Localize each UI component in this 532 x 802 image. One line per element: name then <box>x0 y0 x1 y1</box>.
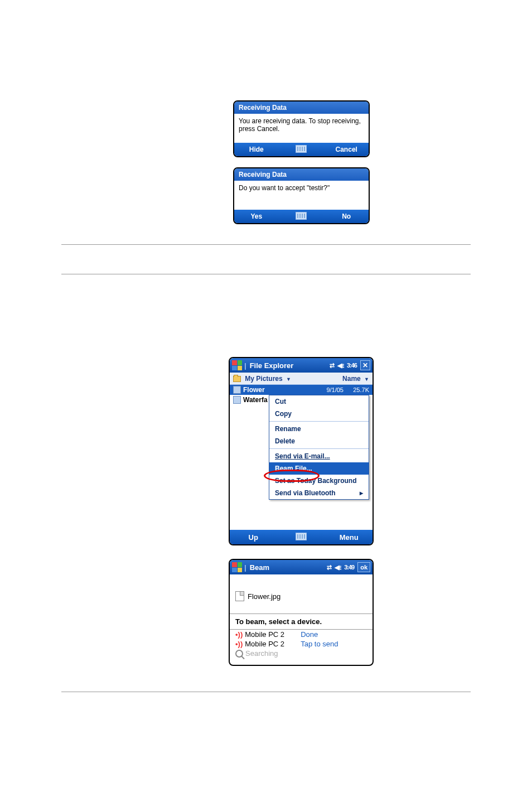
image-file-icon <box>233 386 241 394</box>
connectivity-icon: ⇄ <box>327 564 331 571</box>
device-row: Searching <box>235 649 367 658</box>
window-title: Beam <box>250 563 325 572</box>
title-bar: | File Explorer ⇄ ◀ᴇ 3:46 ✕ <box>230 358 373 373</box>
command-bar: Up Menu <box>230 530 373 544</box>
section-rule <box>61 244 471 245</box>
file-icon <box>235 591 244 601</box>
folder-icon <box>233 376 241 382</box>
search-icon <box>235 650 243 658</box>
file-name: Flower <box>243 386 282 394</box>
chevron-down-icon: ▼ <box>364 376 369 382</box>
file-explorer-window: | File Explorer ⇄ ◀ᴇ 3:46 ✕ My Pictures … <box>229 357 374 545</box>
start-icon[interactable] <box>232 360 242 370</box>
chevron-down-icon: ▼ <box>286 376 291 382</box>
file-size: 25.7K <box>347 386 369 393</box>
volume-icon: ◀ᴇ <box>335 564 341 571</box>
dialog-body: Do you want to accept "testir?" <box>234 181 369 210</box>
menu-cut[interactable]: Cut <box>269 395 369 408</box>
location-dropdown[interactable]: My Pictures ▼ <box>233 375 291 383</box>
menu-separator <box>269 448 369 449</box>
context-menu: Cut Copy Rename Delete Send via E-mail..… <box>269 395 369 500</box>
ok-button[interactable]: ok <box>357 562 370 572</box>
hide-button[interactable]: Hide <box>234 146 279 153</box>
section-rule <box>61 274 471 274</box>
device-status: Done <box>301 630 318 639</box>
close-icon[interactable]: ✕ <box>360 360 370 370</box>
dialog-body: You are receiving data. To stop receivin… <box>234 114 369 143</box>
clock: 3:46 <box>347 362 357 369</box>
title-bar: | Beam ⇄ ◀ᴇ 3:49 ok <box>230 560 373 574</box>
yes-button[interactable]: Yes <box>234 212 279 220</box>
file-date: 9/1/05 <box>282 386 347 393</box>
submenu-arrow-icon: ▸ <box>360 489 363 497</box>
searching-label: Searching <box>245 649 278 658</box>
infrared-icon: •)) <box>235 640 243 648</box>
device-list: •)) Mobile PC 2 Done •)) Mobile PC 2 Tap… <box>230 630 373 665</box>
cancel-button[interactable]: Cancel <box>324 146 369 153</box>
receiving-data-dialog-2: Receiving Data Do you want to accept "te… <box>233 167 370 224</box>
device-name: Mobile PC 2 <box>245 640 301 648</box>
menu-send-bluetooth[interactable]: Send via Bluetooth▸ <box>269 487 369 499</box>
beam-prompt: To beam, select a device. <box>230 614 373 629</box>
device-row[interactable]: •)) Mobile PC 2 Tap to send <box>235 639 367 649</box>
section-rule <box>61 692 471 692</box>
image-file-icon <box>233 396 241 404</box>
clock: 3:49 <box>344 564 354 571</box>
menu-rename[interactable]: Rename <box>269 423 369 435</box>
beam-filename: Flower.jpg <box>248 592 280 601</box>
menu-copy[interactable]: Copy <box>269 408 369 420</box>
menu-set-today-background[interactable]: Set as Today Background <box>269 475 369 487</box>
keyboard-icon[interactable] <box>277 533 325 542</box>
start-icon[interactable] <box>232 562 242 572</box>
menu-beam-file[interactable]: Beam File... <box>269 462 369 475</box>
dialog-title: Receiving Data <box>234 168 369 181</box>
volume-icon: ◀ᴇ <box>337 362 344 369</box>
up-button[interactable]: Up <box>230 533 277 542</box>
beam-file-row: Flower.jpg <box>230 574 373 613</box>
keyboard-icon[interactable] <box>279 145 325 154</box>
menu-separator <box>269 421 369 422</box>
beam-window: | Beam ⇄ ◀ᴇ 3:49 ok Flower.jpg To beam, … <box>229 559 374 666</box>
receiving-data-dialog-1: Receiving Data You are receiving data. T… <box>233 100 370 157</box>
keyboard-icon[interactable] <box>279 212 325 221</box>
device-row[interactable]: •)) Mobile PC 2 Done <box>235 630 367 639</box>
file-row[interactable]: Flower 9/1/05 25.7K <box>230 385 373 395</box>
window-title: File Explorer <box>250 361 327 370</box>
sort-dropdown[interactable]: Name ▼ <box>342 375 369 383</box>
location-bar: My Pictures ▼ Name ▼ <box>230 373 373 385</box>
no-button[interactable]: No <box>324 212 369 220</box>
connectivity-icon: ⇄ <box>330 362 334 369</box>
menu-send-email[interactable]: Send via E-mail... <box>269 450 369 462</box>
dialog-title: Receiving Data <box>234 102 369 114</box>
infrared-icon: •)) <box>235 630 243 639</box>
menu-button[interactable]: Menu <box>326 533 373 542</box>
file-list: Flower 9/1/05 25.7K Waterfa Cut Copy Ren… <box>230 385 373 530</box>
menu-delete[interactable]: Delete <box>269 435 369 447</box>
device-status: Tap to send <box>301 640 338 648</box>
device-name: Mobile PC 2 <box>245 630 301 639</box>
